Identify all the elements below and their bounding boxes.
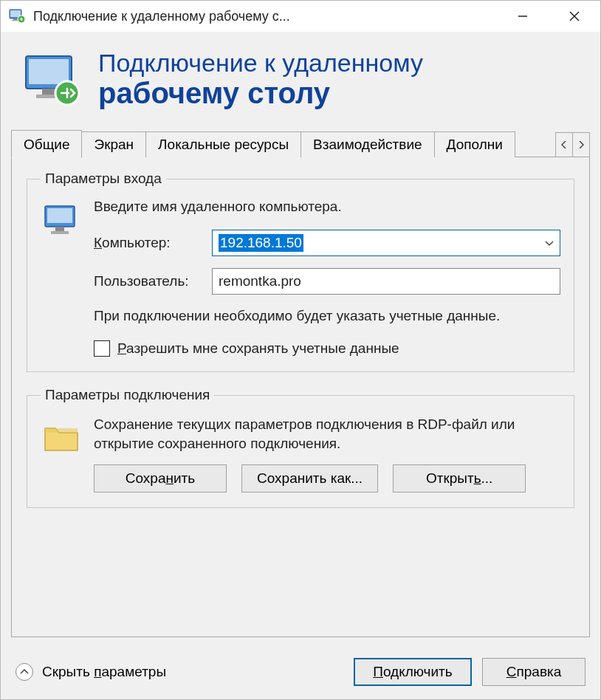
header-line1: Подключение к удаленному — [98, 49, 423, 77]
svg-rect-9 — [29, 59, 69, 84]
minimize-button[interactable] — [497, 1, 549, 32]
save-as-button[interactable]: Сохранить как... — [241, 464, 378, 493]
app-icon — [8, 7, 26, 25]
computer-value: 192.168.1.50 — [219, 234, 303, 252]
connection-settings-legend: Параметры подключения — [41, 387, 214, 403]
tab-display[interactable]: Экран — [81, 131, 146, 157]
login-instruction: Введите имя удаленного компьютера. — [94, 199, 560, 215]
footer: Скрыть параметры Подключить Справка — [1, 648, 600, 699]
tab-advanced[interactable]: Дополни — [434, 131, 515, 157]
svg-rect-15 — [55, 227, 64, 231]
computer-combo[interactable]: 192.168.1.50 — [212, 230, 560, 256]
allow-save-label: Разрешить мне сохранять учетные данные — [117, 340, 399, 357]
rdp-window: Подключение к удаленному рабочему с... П… — [0, 0, 601, 700]
tab-strip: Общие Экран Локальные ресурсы Взаимодейс… — [1, 130, 600, 157]
rdp-hero-icon — [21, 52, 85, 108]
folder-icon — [41, 416, 82, 458]
svg-rect-16 — [51, 231, 69, 234]
computer-label: Компьютер: — [94, 235, 212, 251]
header: Подключение к удаленному рабочему столу — [1, 32, 600, 130]
computer-icon — [41, 200, 82, 241]
tab-local-resources[interactable]: Локальные ресурсы — [145, 131, 301, 157]
login-settings-group: Параметры входа Введите имя удаленного к… — [27, 171, 574, 372]
svg-rect-2 — [13, 18, 18, 20]
titlebar: Подключение к удаленному рабочему с... — [1, 1, 600, 32]
collapse-icon[interactable] — [16, 663, 33, 681]
tab-scroll-left[interactable] — [555, 132, 573, 157]
allow-save-checkbox[interactable] — [94, 340, 110, 357]
tab-scroll-right[interactable] — [572, 132, 590, 157]
svg-rect-14 — [47, 208, 72, 223]
user-label: Пользователь: — [94, 273, 212, 289]
hide-options-link[interactable]: Скрыть параметры — [42, 664, 166, 680]
tab-experience[interactable]: Взаимодействие — [300, 131, 435, 157]
header-line2: рабочему столу — [98, 77, 423, 109]
help-button[interactable]: Справка — [482, 658, 585, 686]
connection-description: Сохранение текущих параметров подключени… — [94, 415, 560, 453]
tab-general[interactable]: Общие — [11, 130, 82, 158]
connect-button[interactable]: Подключить — [354, 658, 472, 686]
close-button[interactable] — [549, 1, 600, 32]
connection-settings-group: Параметры подключения Сохранение текущих… — [27, 387, 574, 508]
open-button[interactable]: Открыть... — [393, 464, 526, 493]
save-button[interactable]: Сохранить — [94, 464, 227, 493]
user-field[interactable] — [212, 268, 560, 295]
credentials-note: При подключении необходимо будет указать… — [94, 306, 560, 326]
login-settings-legend: Параметры входа — [41, 171, 166, 187]
svg-rect-10 — [42, 89, 55, 95]
window-title: Подключение к удаленному рабочему с... — [33, 9, 497, 24]
tab-panel-general: Параметры входа Введите имя удаленного к… — [11, 157, 590, 637]
chevron-down-icon — [545, 237, 554, 249]
